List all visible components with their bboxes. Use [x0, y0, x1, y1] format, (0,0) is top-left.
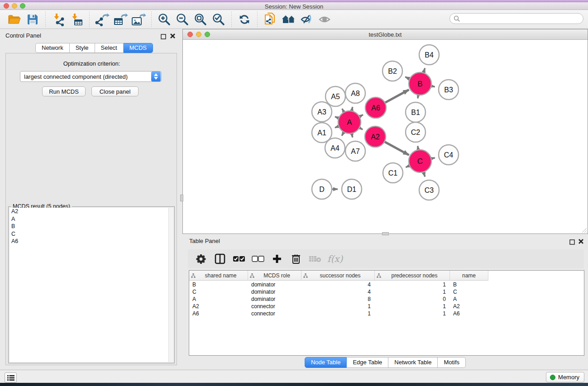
- node-D[interactable]: D: [312, 179, 332, 199]
- result-list-scrollbar[interactable]: [168, 208, 173, 362]
- result-list-item[interactable]: C: [10, 230, 168, 238]
- tab-network-table[interactable]: Network Table: [388, 357, 438, 368]
- table-cell[interactable]: 1: [375, 310, 450, 317]
- delete-icon[interactable]: [288, 251, 304, 267]
- edge-A-A4[interactable]: [342, 133, 344, 136]
- node-C2[interactable]: C2: [406, 122, 425, 142]
- control-panel-close-icon[interactable]: [170, 33, 176, 38]
- tab-style[interactable]: Style: [70, 43, 95, 53]
- tab-network[interactable]: Network: [35, 43, 70, 53]
- edge-A-A2[interactable]: [360, 128, 363, 130]
- column-header-successor-nodes[interactable]: successor nodes: [301, 271, 375, 281]
- home-views-icon[interactable]: [280, 11, 296, 28]
- network-window-titlebar[interactable]: testGlobe.txt: [183, 29, 588, 40]
- node-A3[interactable]: A3: [312, 102, 332, 122]
- node-C1[interactable]: C1: [383, 163, 403, 183]
- node-B1[interactable]: B1: [406, 102, 425, 122]
- toggle-graphics-details-icon[interactable]: [298, 11, 315, 28]
- node-A4[interactable]: A4: [325, 138, 345, 158]
- table-cell[interactable]: 1: [301, 303, 375, 310]
- edge-A-A7[interactable]: [352, 133, 353, 137]
- column-header-mcds-role[interactable]: MCDS role: [248, 271, 301, 281]
- close-panel-button[interactable]: Close panel: [91, 86, 139, 96]
- table-panel-close-icon[interactable]: [578, 238, 584, 244]
- node-C3[interactable]: C3: [419, 180, 439, 200]
- edge-A-A3[interactable]: [335, 117, 339, 118]
- zoom-fit-icon[interactable]: [192, 11, 209, 28]
- table-cell[interactable]: 1: [375, 281, 450, 288]
- table-cell[interactable]: B: [450, 281, 488, 288]
- network-graph[interactable]: B4B2BB3A5A8A6A3B1AA1C2A2A4A7C4CC1DD1C3: [183, 40, 588, 234]
- table-cell[interactable]: connector: [248, 303, 301, 310]
- resize-grip-icon[interactable]: [582, 228, 587, 233]
- table-cell[interactable]: connector: [248, 310, 301, 317]
- table-cell[interactable]: C: [450, 289, 488, 295]
- table-cell[interactable]: dominator: [248, 296, 301, 302]
- node-table[interactable]: shared nameMCDS rolesuccessor nodesprede…: [189, 270, 584, 356]
- mcds-result-list[interactable]: A2ABCA6: [10, 208, 168, 362]
- table-cell[interactable]: dominator: [248, 289, 301, 295]
- edge-A-A6[interactable]: [360, 114, 363, 116]
- gear-icon[interactable]: [193, 251, 209, 267]
- column-header-name[interactable]: name: [450, 271, 488, 281]
- node-B2[interactable]: B2: [382, 61, 402, 81]
- table-cell[interactable]: C: [189, 289, 248, 295]
- result-list-item[interactable]: B: [10, 223, 168, 230]
- node-B[interactable]: B: [409, 72, 431, 95]
- search-field[interactable]: [449, 13, 583, 24]
- table-cell[interactable]: A: [189, 296, 248, 302]
- search-input[interactable]: [460, 14, 583, 23]
- control-panel-float-icon[interactable]: [161, 33, 167, 39]
- table-cell[interactable]: A2: [189, 303, 248, 310]
- tab-node-table[interactable]: Node Table: [305, 357, 347, 368]
- node-B3[interactable]: B3: [439, 80, 459, 100]
- import-table-icon[interactable]: [68, 11, 85, 28]
- tab-mcds[interactable]: MCDS: [124, 43, 153, 53]
- tab-motifs[interactable]: Motifs: [438, 357, 466, 368]
- table-cell[interactable]: A6: [450, 310, 488, 317]
- columns-icon[interactable]: [212, 251, 228, 267]
- table-cell[interactable]: 0: [375, 296, 450, 302]
- node-C[interactable]: C: [409, 150, 431, 172]
- node-D1[interactable]: D1: [342, 179, 362, 199]
- edge-A-A5[interactable]: [342, 109, 344, 112]
- node-A7[interactable]: A7: [345, 141, 365, 161]
- result-list-item[interactable]: A2: [10, 208, 168, 215]
- table-row[interactable]: A6connector11A6: [189, 310, 584, 317]
- table-cell[interactable]: dominator: [248, 281, 301, 288]
- edge-C-C1[interactable]: [406, 166, 409, 167]
- clone-network-icon[interactable]: [262, 11, 278, 28]
- table-cell[interactable]: 1: [301, 310, 375, 317]
- save-session-icon[interactable]: [24, 11, 41, 28]
- export-table-icon[interactable]: [112, 11, 129, 28]
- tab-edge-table[interactable]: Edge Table: [347, 357, 388, 368]
- edge-C-C4[interactable]: [431, 158, 435, 159]
- column-header-shared-name[interactable]: shared name: [189, 271, 248, 281]
- table-row[interactable]: Bdominator41B: [189, 281, 584, 288]
- deselect-all-icon[interactable]: [250, 251, 266, 267]
- export-network-icon[interactable]: [94, 11, 110, 28]
- function-builder-icon[interactable]: f(x): [325, 253, 345, 264]
- horizontal-splitter-handle[interactable]: [382, 232, 389, 235]
- node-A8[interactable]: A8: [345, 83, 365, 103]
- node-A2[interactable]: A2: [365, 126, 386, 147]
- table-row[interactable]: A2connector11A2: [189, 303, 584, 310]
- table-cell[interactable]: 4: [301, 289, 375, 295]
- table-row[interactable]: Adominator80A: [189, 295, 584, 303]
- show-hide-view-icon[interactable]: [316, 11, 333, 28]
- export-image-icon[interactable]: [130, 11, 147, 28]
- open-session-icon[interactable]: [6, 11, 23, 28]
- node-C4[interactable]: C4: [439, 145, 459, 165]
- edge-B-B3[interactable]: [431, 86, 435, 86]
- zoom-selected-icon[interactable]: [210, 11, 227, 28]
- task-history-button[interactable]: [5, 372, 17, 383]
- node-A[interactable]: A: [338, 111, 361, 133]
- edge-A-A1[interactable]: [335, 126, 339, 128]
- vertical-splitter-handle[interactable]: [180, 195, 183, 201]
- edge-C-C3[interactable]: [424, 172, 425, 177]
- zoom-out-icon[interactable]: [174, 11, 191, 28]
- criterion-dropdown[interactable]: largest connected component (directed): [20, 71, 162, 82]
- edge-B-B4[interactable]: [424, 68, 425, 73]
- table-cell[interactable]: 1: [375, 289, 450, 295]
- edge-A6-B[interactable]: [385, 90, 409, 102]
